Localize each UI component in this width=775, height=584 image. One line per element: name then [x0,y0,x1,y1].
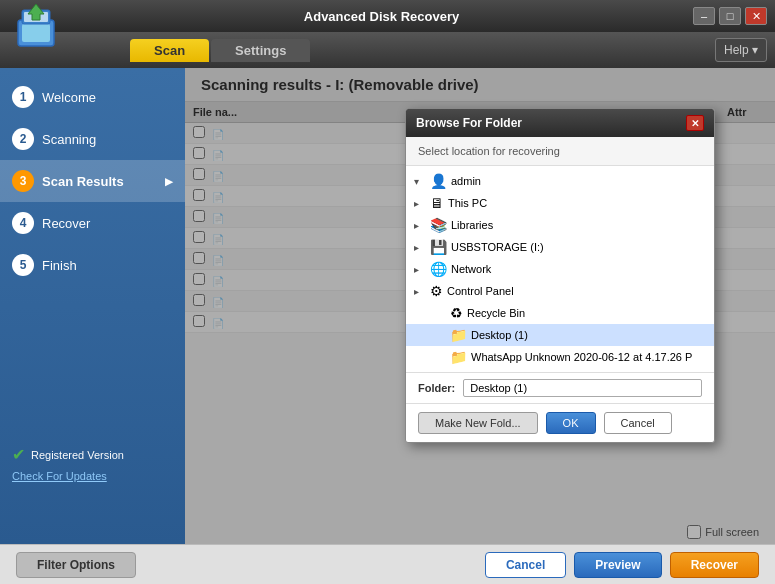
tree-label-6: Recycle Bin [467,307,525,319]
tree-icon-8: 📁 [450,349,467,365]
sidebar-label-scanning: Scanning [42,132,96,147]
tree-label-1: This PC [448,197,487,209]
main-container: 1 Welcome 2 Scanning 3 Scan Results ▶ 4 … [0,68,775,544]
tree-icon-7: 📁 [450,327,467,343]
folder-label: Folder: [418,382,455,394]
tree-item[interactable]: ▸ 📚 Libraries [406,214,714,236]
help-button[interactable]: Help ▾ [715,38,767,62]
tree-arrow-0: ▾ [414,176,426,187]
cancel-button[interactable]: Cancel [485,552,566,578]
tree-icon-1: 🖥 [430,195,444,211]
title-bar-text: Advanced Disk Recovery [70,9,693,24]
sidebar-item-finish[interactable]: 5 Finish [0,244,185,286]
registered-icon: ✔ [12,445,25,464]
bottom-bar: Filter Options Cancel Preview Recover [0,544,775,584]
dialog-folder-bar: Folder: [406,373,714,404]
sidebar-bottom: ✔ Registered Version Check For Updates [8,441,177,484]
dialog-tree: ▾ 👤 admin ▸ 🖥 This PC ▸ 📚 Libraries ▸ 💾 … [406,166,714,373]
browse-dialog: Browse For Folder ✕ Select location for … [405,108,715,443]
check-updates-link[interactable]: Check For Updates [8,468,177,484]
step-num-5: 5 [12,254,34,276]
tree-icon-2: 📚 [430,217,447,233]
dialog-subtitle: Select location for recovering [406,137,714,166]
dialog-title: Browse For Folder [416,116,522,130]
dialog-overlay: Browse For Folder ✕ Select location for … [185,68,775,544]
tree-item[interactable]: ▾ 👤 admin [406,170,714,192]
step-num-2: 2 [12,128,34,150]
bottom-left: Filter Options [16,552,136,578]
svg-rect-1 [22,24,50,42]
maximize-button[interactable]: □ [719,7,741,25]
tree-item[interactable]: 📁 WhatsApp Unknown 2020-06-12 at 4.17.26… [406,346,714,368]
tree-arrow-5: ▸ [414,286,426,297]
tree-label-0: admin [451,175,481,187]
sidebar-item-recover[interactable]: 4 Recover [0,202,185,244]
tree-item[interactable]: ▸ 💾 USBSTORAGE (I:) [406,236,714,258]
sidebar-label-scan-results: Scan Results [42,174,124,189]
recover-button[interactable]: Recover [670,552,759,578]
tree-arrow-4: ▸ [414,264,426,275]
tree-icon-6: ♻ [450,305,463,321]
tree-label-3: USBSTORAGE (I:) [451,241,544,253]
tree-label-7: Desktop (1) [471,329,528,341]
tree-item[interactable]: ▸ 🖥 This PC [406,192,714,214]
make-new-folder-button[interactable]: Make New Fold... [418,412,538,434]
dialog-title-bar: Browse For Folder ✕ [406,109,714,137]
nav-tabs: Scan Settings [130,39,310,62]
tree-arrow-2: ▸ [414,220,426,231]
dialog-close-button[interactable]: ✕ [686,115,704,131]
scan-results-arrow: ▶ [165,176,173,187]
bottom-right: Cancel Preview Recover [485,552,759,578]
sidebar-item-welcome[interactable]: 1 Welcome [0,76,185,118]
sidebar-label-welcome: Welcome [42,90,96,105]
sidebar-label-recover: Recover [42,216,90,231]
tree-icon-3: 💾 [430,239,447,255]
tree-label-4: Network [451,263,491,275]
tree-item[interactable]: 📁 Desktop (1) [406,324,714,346]
sidebar: 1 Welcome 2 Scanning 3 Scan Results ▶ 4 … [0,68,185,544]
close-button[interactable]: ✕ [745,7,767,25]
dialog-cancel-button[interactable]: Cancel [604,412,672,434]
tree-icon-5: ⚙ [430,283,443,299]
tree-item[interactable]: ▸ ⚙ Control Panel [406,280,714,302]
step-num-4: 4 [12,212,34,234]
tree-label-8: WhatsApp Unknown 2020-06-12 at 4.17.26 P [471,351,692,363]
dialog-buttons: Make New Fold... OK Cancel [406,404,714,442]
tree-icon-0: 👤 [430,173,447,189]
title-bar: Advanced Disk Recovery – □ ✕ [0,0,775,32]
scan-tab[interactable]: Scan [130,39,209,62]
content-area: Scanning results - I: (Removable drive) … [185,68,775,544]
tree-item[interactable]: ▸ 🌐 Network [406,258,714,280]
tree-icon-4: 🌐 [430,261,447,277]
settings-tab[interactable]: Settings [211,39,310,62]
step-num-3: 3 [12,170,34,192]
tree-arrow-3: ▸ [414,242,426,253]
step-num-1: 1 [12,86,34,108]
nav-bar: Scan Settings Help ▾ [0,32,775,68]
registered-badge: ✔ Registered Version [8,441,177,468]
sidebar-label-finish: Finish [42,258,77,273]
tree-arrow-1: ▸ [414,198,426,209]
registered-text: Registered Version [31,449,124,461]
app-window: Advanced Disk Recovery – □ ✕ Scan Settin… [0,0,775,584]
title-bar-controls: – □ ✕ [693,7,767,25]
tree-label-5: Control Panel [447,285,514,297]
tree-item[interactable]: ♻ Recycle Bin [406,302,714,324]
sidebar-item-scanning[interactable]: 2 Scanning [0,118,185,160]
ok-button[interactable]: OK [546,412,596,434]
filter-options-button[interactable]: Filter Options [16,552,136,578]
folder-input[interactable] [463,379,702,397]
preview-button[interactable]: Preview [574,552,661,578]
app-logo [10,2,62,54]
minimize-button[interactable]: – [693,7,715,25]
tree-label-2: Libraries [451,219,493,231]
sidebar-item-scan-results[interactable]: 3 Scan Results ▶ [0,160,185,202]
